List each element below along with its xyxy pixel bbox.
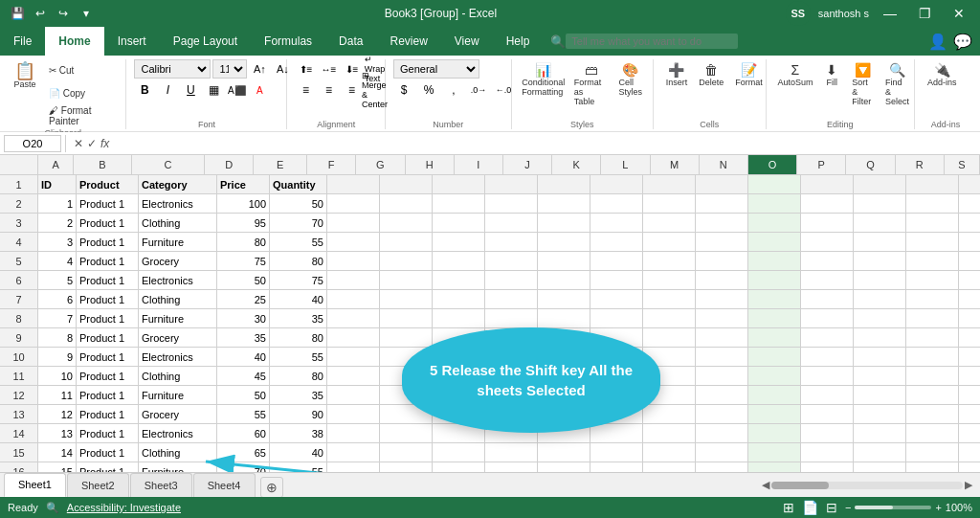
merge-center-btn[interactable]: ⊞ Merge & Center (364, 80, 385, 100)
cell[interactable] (906, 405, 959, 424)
cell[interactable] (748, 367, 801, 386)
cell[interactable] (485, 309, 538, 328)
format-as-table-btn[interactable]: 🗃 Format asTable (569, 59, 613, 109)
cell[interactable] (906, 252, 959, 271)
cell[interactable] (748, 175, 801, 194)
cell[interactable] (959, 233, 980, 252)
row-number[interactable]: 8 (0, 309, 38, 328)
cell[interactable]: Product 1 (77, 233, 139, 252)
cell[interactable]: 11 (38, 386, 77, 405)
cell[interactable]: 95 (217, 214, 270, 233)
cell[interactable]: 60 (217, 424, 270, 443)
col-header-l[interactable]: L (601, 155, 650, 174)
cell[interactable] (538, 290, 590, 309)
cell[interactable]: 35 (217, 328, 270, 348)
fill-btn[interactable]: ⬇ Fill (818, 59, 845, 90)
cell[interactable] (327, 214, 380, 233)
row-number[interactable]: 4 (0, 233, 38, 252)
cell[interactable] (801, 309, 854, 328)
col-header-d[interactable]: D (205, 155, 254, 174)
cell[interactable]: 6 (38, 290, 77, 309)
row-number[interactable]: 9 (0, 328, 38, 348)
cell[interactable] (801, 386, 854, 405)
cell[interactable] (643, 271, 696, 290)
cell[interactable] (327, 271, 380, 290)
cell[interactable] (590, 348, 643, 367)
cell[interactable]: Quantity (270, 175, 327, 194)
search-input[interactable] (566, 34, 738, 49)
tab-page-layout[interactable]: Page Layout (160, 27, 251, 56)
share-icon[interactable]: 👤 (928, 33, 947, 51)
cell[interactable] (433, 194, 485, 214)
zoom-in-btn[interactable]: + (935, 502, 941, 513)
cell[interactable] (748, 290, 801, 309)
row-number[interactable]: 16 (0, 462, 38, 472)
cell[interactable] (327, 252, 380, 271)
cell[interactable] (485, 367, 538, 386)
cell[interactable] (590, 233, 643, 252)
cell[interactable] (590, 175, 643, 194)
row-number[interactable]: 14 (0, 424, 38, 443)
cell[interactable] (380, 194, 433, 214)
cell[interactable] (485, 386, 538, 405)
cell[interactable] (801, 443, 854, 462)
cell[interactable] (696, 443, 748, 462)
cell[interactable] (643, 386, 696, 405)
cell[interactable] (696, 233, 748, 252)
cell[interactable] (906, 424, 959, 443)
cell[interactable] (538, 348, 590, 367)
cell[interactable] (748, 214, 801, 233)
col-header-k[interactable]: K (552, 155, 601, 174)
cell[interactable] (748, 348, 801, 367)
cell[interactable] (959, 290, 980, 309)
cell[interactable]: Price (217, 175, 270, 194)
cell[interactable] (643, 309, 696, 328)
col-header-o[interactable]: O (748, 155, 797, 174)
cell[interactable] (433, 443, 485, 462)
sort-filter-btn[interactable]: 🔽 Sort &Filter (847, 59, 879, 109)
cell[interactable]: 80 (270, 367, 327, 386)
cell[interactable] (433, 367, 485, 386)
row-number[interactable]: 2 (0, 194, 38, 214)
cell[interactable] (854, 405, 906, 424)
conditional-formatting-btn[interactable]: 📊 ConditionalFormatting (520, 59, 568, 100)
view-page-break-btn[interactable]: ⊟ (826, 500, 837, 515)
cell[interactable] (854, 252, 906, 271)
cell[interactable] (906, 462, 959, 472)
tab-data[interactable]: Data (325, 27, 376, 56)
col-header-s[interactable]: S (945, 155, 980, 174)
cell[interactable]: ID (38, 175, 77, 194)
customize-quick-btn[interactable]: ▾ (77, 4, 96, 23)
row-number[interactable]: 3 (0, 214, 38, 233)
cell[interactable] (748, 386, 801, 405)
cell[interactable] (327, 424, 380, 443)
cell[interactable] (854, 443, 906, 462)
tab-file[interactable]: File (0, 27, 45, 56)
cell[interactable]: 5 (38, 271, 77, 290)
cell[interactable]: 90 (270, 405, 327, 424)
horizontal-scrollbar[interactable] (771, 482, 963, 489)
cell[interactable] (959, 443, 980, 462)
cell[interactable]: Product 1 (77, 214, 139, 233)
zoom-slider[interactable] (855, 506, 931, 509)
cell[interactable] (959, 271, 980, 290)
cell[interactable] (485, 214, 538, 233)
cell[interactable]: 30 (217, 309, 270, 328)
view-normal-btn[interactable]: ⊞ (783, 500, 794, 515)
cell[interactable] (748, 271, 801, 290)
col-header-h[interactable]: H (406, 155, 455, 174)
cell[interactable] (696, 367, 748, 386)
cell[interactable]: 80 (217, 233, 270, 252)
align-right-btn[interactable]: ≡ (341, 80, 362, 100)
cell[interactable] (906, 233, 959, 252)
cell[interactable]: 8 (38, 328, 77, 348)
cell[interactable] (538, 194, 590, 214)
cell[interactable]: Product 1 (77, 348, 139, 367)
cell[interactable] (590, 405, 643, 424)
underline-btn[interactable]: U (180, 80, 201, 100)
view-page-layout-btn[interactable]: 📄 (802, 500, 818, 515)
cell[interactable] (538, 386, 590, 405)
cell[interactable] (906, 194, 959, 214)
cell[interactable] (854, 271, 906, 290)
align-center-btn[interactable]: ≡ (318, 80, 339, 100)
